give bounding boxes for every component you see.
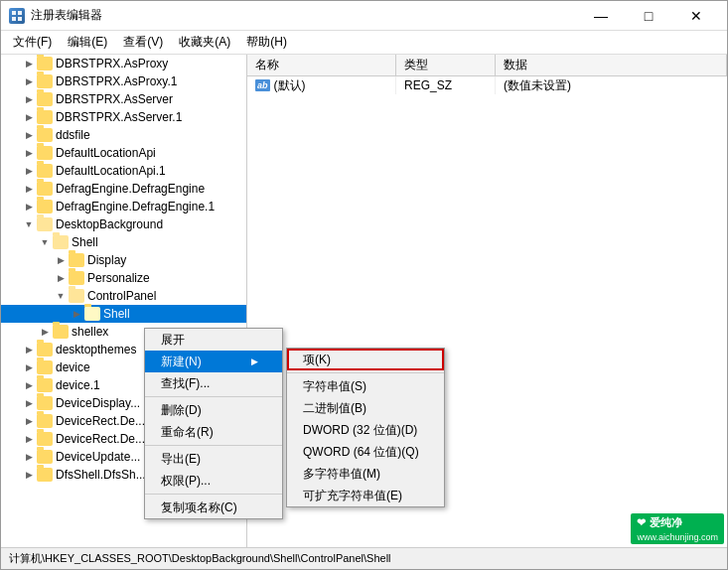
tree-item[interactable]: DBRSTPRX.AsServer.1 xyxy=(1,108,246,126)
sub-item-expandstring[interactable]: 可扩充字符串值(E) xyxy=(287,485,444,506)
tree-arrow xyxy=(53,252,69,268)
ctx-delete-label: 删除(D) xyxy=(161,402,202,419)
column-header: 名称 类型 数据 xyxy=(247,55,727,76)
registry-value-text: (数值未设置) xyxy=(504,77,571,94)
ctx-item-new[interactable]: 新建(N) ▶ xyxy=(145,351,282,372)
ctx-rename-label: 重命名(R) xyxy=(161,424,214,441)
tree-item[interactable]: Personalize xyxy=(1,269,246,287)
folder-icon xyxy=(69,271,84,285)
tree-arrow xyxy=(53,288,69,304)
folder-icon xyxy=(84,307,100,321)
sub-multistring-label: 多字符串值(M) xyxy=(303,466,380,483)
tree-label: DBRSTPRX.AsProxy xyxy=(56,57,168,71)
tree-arrow xyxy=(21,73,37,89)
ctx-item-permissions[interactable]: 权限(P)... xyxy=(145,470,282,492)
folder-icon xyxy=(37,432,53,446)
ctx-item-rename[interactable]: 重命名(R) xyxy=(145,421,282,443)
sub-item-key[interactable]: 项(K) xyxy=(287,349,444,370)
tree-arrow xyxy=(21,359,37,375)
menu-item[interactable]: 查看(V) xyxy=(115,33,171,53)
tree-label: DeviceUpdate... xyxy=(56,450,140,464)
tree-label: Shell xyxy=(103,307,130,321)
tree-label: ControlPanel xyxy=(87,289,156,303)
menu-item[interactable]: 帮助(H) xyxy=(238,33,295,53)
maximize-button[interactable]: □ xyxy=(626,1,671,31)
sub-binary-label: 二进制值(B) xyxy=(303,400,366,417)
folder-icon xyxy=(37,200,53,214)
folder-icon xyxy=(37,182,53,196)
tree-item[interactable]: Display xyxy=(1,251,246,269)
tree-item[interactable]: DBRSTPRX.AsServer xyxy=(1,90,246,108)
folder-icon xyxy=(37,450,53,464)
sub-item-string[interactable]: 字符串值(S) xyxy=(287,375,444,397)
sub-separator xyxy=(287,372,444,373)
sub-item-multistring[interactable]: 多字符串值(M) xyxy=(287,463,444,485)
col-data-header: 数据 xyxy=(496,55,727,75)
tree-item[interactable]: DefaultLocationApi xyxy=(1,144,246,162)
tree-item[interactable]: DBRSTPRX.AsProxy xyxy=(1,55,246,72)
ctx-expand-label: 展开 xyxy=(161,332,185,349)
registry-type: REG_SZ xyxy=(396,76,496,94)
tree-item[interactable]: ControlPanel xyxy=(1,287,246,305)
tree-label: DefragEngine.DefragEngine.1 xyxy=(56,200,215,214)
ctx-find-label: 查找(F)... xyxy=(161,375,210,392)
ctx-item-export[interactable]: 导出(E) xyxy=(145,448,282,470)
svg-rect-1 xyxy=(18,11,22,15)
ctx-item-copy[interactable]: 复制项名称(C) xyxy=(145,497,282,518)
tree-item[interactable]: Shell xyxy=(1,233,246,251)
tree-label: ddsfile xyxy=(56,128,90,142)
sub-dword-label: DWORD (32 位值)(D) xyxy=(303,422,417,439)
registry-type-text: REG_SZ xyxy=(404,78,452,92)
menu-item[interactable]: 文件(F) xyxy=(5,33,60,53)
sub-item-qword[interactable]: QWORD (64 位值)(Q) xyxy=(287,441,444,463)
tree-item[interactable]: DefragEngine.DefragEngine xyxy=(1,180,246,198)
app-icon xyxy=(9,8,25,24)
col-name-header: 名称 xyxy=(247,55,396,75)
minimize-button[interactable]: — xyxy=(578,1,624,31)
sub-item-binary[interactable]: 二进制值(B) xyxy=(287,397,444,419)
menu-item[interactable]: 收藏夹(A) xyxy=(171,33,238,53)
ctx-item-delete[interactable]: 删除(D) xyxy=(145,399,282,421)
tree-item[interactable]: DefaultLocationApi.1 xyxy=(1,162,246,180)
tree-label: DefragEngine.DefragEngine xyxy=(56,182,205,196)
window-controls: — □ ✕ xyxy=(578,1,719,31)
tree-arrow xyxy=(37,234,53,250)
registry-row[interactable]: ab (默认) REG_SZ (数值未设置) xyxy=(247,76,727,94)
tree-arrow xyxy=(21,127,37,143)
folder-icon xyxy=(37,57,53,71)
tree-item[interactable]: DesktopBackground xyxy=(1,215,246,233)
tree-arrow xyxy=(21,163,37,179)
folder-icon xyxy=(37,343,53,356)
sub-key-label: 项(K) xyxy=(303,352,331,368)
tree-item[interactable]: DBRSTPRX.AsProxy.1 xyxy=(1,72,246,90)
col-type-header: 类型 xyxy=(396,55,496,75)
tree-label: DfsShell.DfsSh... xyxy=(56,468,146,482)
tree-arrow xyxy=(37,324,53,340)
menu-item[interactable]: 编辑(E) xyxy=(60,33,115,53)
tree-label: DBRSTPRX.AsServer.1 xyxy=(56,110,182,124)
tree-label: DBRSTPRX.AsServer xyxy=(56,92,173,106)
folder-icon xyxy=(69,253,84,267)
tree-item[interactable]: DefragEngine.DefragEngine.1 xyxy=(1,198,246,215)
folder-icon xyxy=(37,74,53,88)
tree-arrow xyxy=(21,395,37,411)
folder-icon xyxy=(53,325,69,339)
context-menu: 展开 新建(N) ▶ 查找(F)... 删除(D) 重命名(R) 导出(E) 权… xyxy=(144,328,283,519)
folder-icon xyxy=(37,128,53,142)
tree-item-shell-selected[interactable]: Shell xyxy=(1,305,246,323)
tree-item[interactable]: ddsfile xyxy=(1,126,246,144)
close-button[interactable]: ✕ xyxy=(673,1,719,31)
ctx-export-label: 导出(E) xyxy=(161,451,201,468)
ctx-item-find[interactable]: 查找(F)... xyxy=(145,372,282,394)
ctx-arrow-icon: ▶ xyxy=(251,356,258,366)
sub-item-dword[interactable]: DWORD (32 位值)(D) xyxy=(287,419,444,441)
folder-icon xyxy=(37,217,53,231)
tree-label: DefaultLocationApi xyxy=(56,146,156,160)
ctx-item-expand[interactable]: 展开 xyxy=(145,329,282,351)
watermark-text: ❤ 爱纯净 xyxy=(637,516,681,528)
svg-rect-3 xyxy=(18,17,22,21)
tree-label: DeviceRect.De... xyxy=(56,414,145,428)
tree-arrow xyxy=(21,145,37,161)
submenu: 项(K) 字符串值(S) 二进制值(B) DWORD (32 位值)(D) QW… xyxy=(286,348,445,507)
tree-label: DeviceRect.De... xyxy=(56,432,145,446)
